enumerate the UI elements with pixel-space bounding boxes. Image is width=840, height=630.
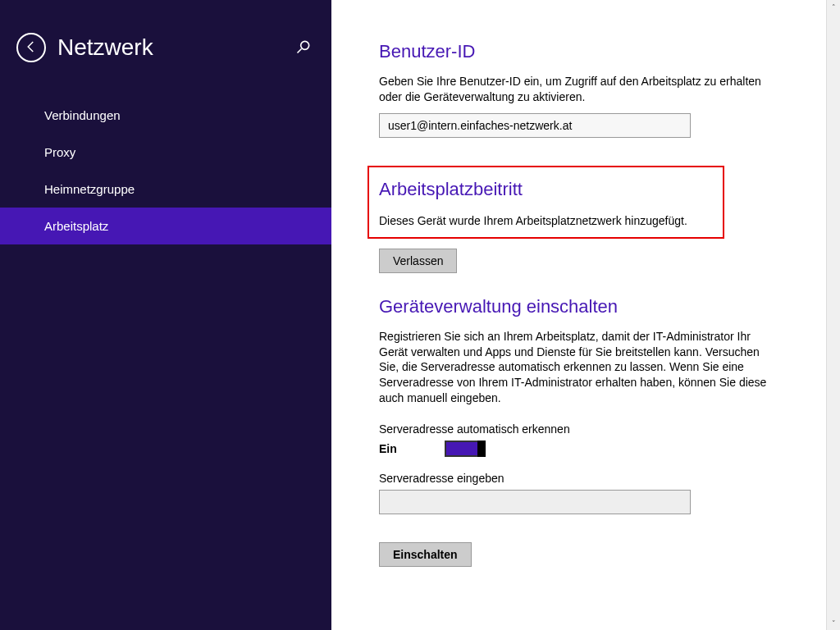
svg-line-1	[298, 48, 302, 52]
scroll-down-button[interactable]: ˅	[827, 616, 840, 630]
userid-description: Geben Sie Ihre Benutzer-ID ein, um Zugri…	[379, 74, 773, 105]
svg-point-0	[301, 41, 309, 49]
auto-detect-row: Ein	[379, 441, 807, 457]
main-content: Benutzer-ID Geben Sie Ihre Benutzer-ID e…	[331, 0, 840, 630]
workplace-highlight: Arbeitsplatzbeitritt Dieses Gerät wurde …	[368, 166, 724, 239]
scroll-up-button[interactable]: ˄	[827, 0, 840, 14]
sidebar-item-heimnetzgruppe[interactable]: Heimnetzgruppe	[0, 171, 331, 208]
settings-sidebar: Netzwerk Verbindungen Proxy Heimnetzgrup…	[0, 0, 331, 630]
vertical-scrollbar[interactable]: ˄ ˅	[826, 0, 840, 630]
sidebar-item-proxy[interactable]: Proxy	[0, 134, 331, 171]
userid-heading: Benutzer-ID	[379, 41, 807, 62]
sidebar-header: Netzwerk	[0, 0, 331, 87]
search-icon	[295, 44, 312, 57]
leave-button[interactable]: Verlassen	[379, 249, 457, 273]
enable-button[interactable]: Einschalten	[379, 542, 472, 567]
toggle-knob	[477, 441, 486, 457]
sidebar-item-verbindungen[interactable]: Verbindungen	[0, 97, 331, 134]
workplace-description: Dieses Gerät wurde Ihrem Arbeitsplatznet…	[379, 213, 713, 229]
server-address-label: Serveradresse eingeben	[379, 472, 807, 485]
auto-detect-label: Serveradresse automatisch erkennen	[379, 422, 807, 436]
section-workplace: Arbeitsplatzbeitritt Dieses Gerät wurde …	[379, 166, 807, 273]
userid-input[interactable]	[379, 113, 691, 138]
toggle-state-label: Ein	[379, 442, 445, 455]
arrow-left-icon	[24, 39, 39, 57]
sidebar-item-arbeitsplatz[interactable]: Arbeitsplatz	[0, 208, 331, 244]
section-device: Geräteverwaltung einschalten Registriere…	[379, 296, 807, 567]
page-title: Netzwerk	[57, 34, 153, 61]
server-address-input[interactable]	[379, 490, 691, 514]
header-left: Netzwerk	[16, 33, 153, 62]
device-description: Registrieren Sie sich an Ihrem Arbeitspl…	[379, 329, 773, 406]
sidebar-nav: Verbindungen Proxy Heimnetzgruppe Arbeit…	[0, 97, 331, 244]
section-userid: Benutzer-ID Geben Sie Ihre Benutzer-ID e…	[379, 41, 807, 138]
auto-detect-toggle[interactable]	[445, 441, 486, 457]
chevron-down-icon: ˅	[832, 619, 836, 628]
device-heading: Geräteverwaltung einschalten	[379, 296, 807, 317]
workplace-heading: Arbeitsplatzbeitritt	[379, 179, 713, 200]
search-button[interactable]	[295, 39, 312, 57]
back-button[interactable]	[16, 33, 46, 62]
chevron-up-icon: ˄	[832, 3, 836, 11]
